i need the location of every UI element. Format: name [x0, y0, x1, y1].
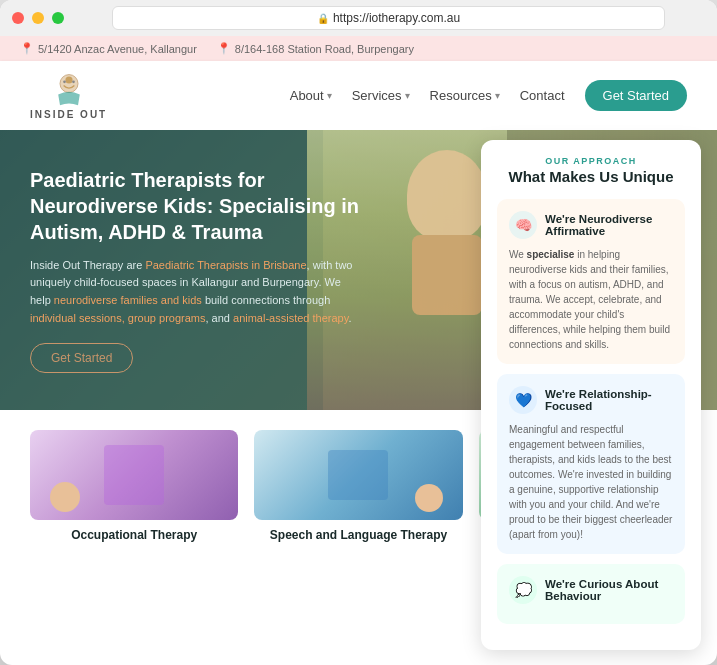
service-slt: Speech and Language Therapy	[254, 430, 462, 542]
hero-section-wrapper: Paediatric Therapists for Neurodiverse K…	[0, 130, 717, 410]
service-ot-image	[30, 430, 238, 520]
feature-curious-name: We're Curious About Behaviour	[545, 578, 673, 602]
hero-link-neurodiverse[interactable]: neurodiverse families and kids	[54, 294, 202, 306]
address-text-2: 8/164-168 Station Road, Burpengary	[235, 43, 414, 55]
chevron-down-icon: ▾	[327, 90, 332, 101]
thought-bubble-icon: 💭	[509, 576, 537, 604]
feature-neurodiverse-name: We're Neurodiverse Affirmative	[545, 213, 673, 237]
hero-link-sessions[interactable]: individual sessions, group programs	[30, 312, 205, 324]
location-icon-2: 📍	[217, 42, 231, 55]
location-icon-1: 📍	[20, 42, 34, 55]
feature-relationship-header: 💙 We're Relationship-Focused	[509, 386, 673, 414]
address-item-1: 📍 5/1420 Anzac Avenue, Kallangur	[20, 42, 197, 55]
feature-curious-header: 💭 We're Curious About Behaviour	[509, 576, 673, 604]
browser-titlebar: 🔒 https://iotherapy.com.au	[0, 0, 717, 36]
feature-relationship-name: We're Relationship-Focused	[545, 388, 673, 412]
url-text: https://iotherapy.com.au	[333, 11, 460, 25]
feature-relationship-text: Meaningful and respectful engagement bet…	[509, 422, 673, 542]
address-text-1: 5/1420 Anzac Avenue, Kallangur	[38, 43, 197, 55]
heart-icon: 💙	[509, 386, 537, 414]
hero-link-animal[interactable]: animal-assisted therapy	[233, 312, 348, 324]
feature-neurodiverse: 🧠 We're Neurodiverse Affirmative We spec…	[497, 199, 685, 364]
service-slt-image	[254, 430, 462, 520]
nav-get-started-button[interactable]: Get Started	[585, 80, 687, 111]
close-button[interactable]	[12, 12, 24, 24]
brain-icon: 🧠	[509, 211, 537, 239]
hero-description: Inside Out Therapy are Paediatric Therap…	[30, 257, 364, 327]
service-slt-name: Speech and Language Therapy	[254, 528, 462, 542]
feature-curious: 💭 We're Curious About Behaviour	[497, 564, 685, 624]
logo[interactable]: INSIDE OUT	[30, 71, 107, 120]
nav-contact[interactable]: Contact	[520, 88, 565, 103]
feature-neurodiverse-header: 🧠 We're Neurodiverse Affirmative	[509, 211, 673, 239]
feature-relationship: 💙 We're Relationship-Focused Meaningful …	[497, 374, 685, 554]
chevron-down-icon: ▾	[405, 90, 410, 101]
lock-icon: 🔒	[317, 13, 329, 24]
side-card-label: OUR APPROACH	[497, 156, 685, 166]
hero-link-therapists[interactable]: Paediatric Therapists in Brisbane	[145, 259, 306, 271]
navbar: INSIDE OUT About ▾ Services ▾ Resources …	[0, 61, 717, 130]
svg-point-3	[72, 80, 75, 83]
logo-text: INSIDE OUT	[30, 109, 107, 120]
nav-resources[interactable]: Resources ▾	[430, 88, 500, 103]
svg-point-1	[65, 76, 72, 83]
service-ot: Occupational Therapy	[30, 430, 238, 542]
chevron-down-icon: ▾	[495, 90, 500, 101]
hero-content: Paediatric Therapists for Neurodiverse K…	[0, 137, 394, 403]
service-ot-name: Occupational Therapy	[30, 528, 238, 542]
logo-icon	[51, 71, 87, 107]
hero-get-started-button[interactable]: Get Started	[30, 343, 133, 373]
browser-window: 🔒 https://iotherapy.com.au 📍 5/1420 Anza…	[0, 0, 717, 665]
feature-neurodiverse-text: We specialise in helping neurodiverse ki…	[509, 247, 673, 352]
svg-point-2	[63, 80, 66, 83]
side-card-title: What Makes Us Unique	[497, 168, 685, 185]
hero-title: Paediatric Therapists for Neurodiverse K…	[30, 167, 364, 245]
unique-approach-card: OUR APPROACH What Makes Us Unique 🧠 We'r…	[481, 140, 701, 650]
top-bar: 📍 5/1420 Anzac Avenue, Kallangur 📍 8/164…	[0, 36, 717, 61]
nav-services[interactable]: Services ▾	[352, 88, 410, 103]
address-item-2: 📍 8/164-168 Station Road, Burpengary	[217, 42, 414, 55]
address-bar[interactable]: 🔒 https://iotherapy.com.au	[112, 6, 665, 30]
minimize-button[interactable]	[32, 12, 44, 24]
page-content: 📍 5/1420 Anzac Avenue, Kallangur 📍 8/164…	[0, 36, 717, 665]
nav-links: About ▾ Services ▾ Resources ▾ Contact G…	[290, 80, 687, 111]
maximize-button[interactable]	[52, 12, 64, 24]
nav-about[interactable]: About ▾	[290, 88, 332, 103]
